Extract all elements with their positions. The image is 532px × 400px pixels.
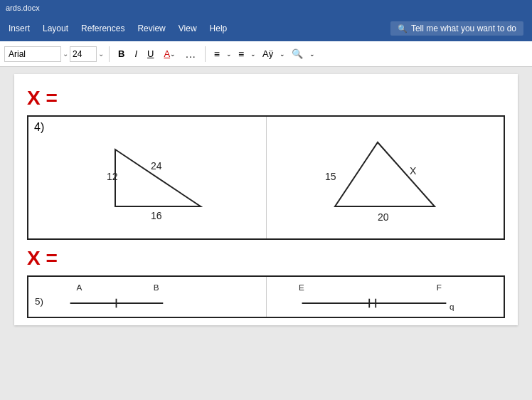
- svg-marker-0: [115, 149, 201, 206]
- menu-help[interactable]: Help: [204, 21, 233, 36]
- font-size-input[interactable]: [70, 46, 97, 62]
- triangle-left-svg: 12 24 16: [87, 128, 208, 228]
- more-options-button[interactable]: ...: [182, 46, 200, 63]
- right-left-label: 15: [325, 171, 336, 182]
- right-hyp-label: X: [410, 165, 417, 177]
- document-area: X = 4) 12 24 16: [0, 67, 532, 400]
- left-side-label: 12: [107, 171, 118, 182]
- problem-5-box: 5) A B E F q: [27, 275, 505, 318]
- search-icon: 🔍: [398, 24, 408, 33]
- p5-b-label: B: [154, 283, 159, 292]
- font-name-input[interactable]: [4, 46, 61, 62]
- menu-insert[interactable]: Insert: [3, 21, 36, 36]
- hyp-label: 24: [151, 160, 162, 172]
- font-color-chevron: ⌄: [170, 51, 176, 58]
- problem-5-right: E F q: [267, 277, 504, 317]
- font-color-label: A: [164, 48, 170, 59]
- bottom-label: 16: [151, 210, 162, 221]
- title-bar: ards.docx: [0, 0, 532, 16]
- align-button[interactable]: ≡: [235, 46, 248, 63]
- triangle-right-svg: 15 X 20: [314, 128, 456, 228]
- p5-q-label: q: [449, 302, 454, 311]
- title-bar-filename: ards.docx: [6, 4, 40, 12]
- x-equals-1-text: X =: [27, 87, 58, 110]
- toolbar: ⌄ ⌄ B I U A⌄ ... ≡ ⌄ ≡ ⌄ Aÿ ⌄ 🔍 ⌄: [0, 41, 532, 67]
- x-equals-1: X =: [27, 87, 505, 110]
- list-indent-chevron: ⌄: [226, 51, 232, 58]
- find-chevron: ⌄: [309, 51, 315, 58]
- tell-me-text: Tell me what you want to do: [411, 23, 516, 33]
- font-size-chevron[interactable]: ⌄: [98, 50, 104, 58]
- p5-f-label: F: [436, 283, 441, 292]
- italic-button[interactable]: I: [131, 46, 141, 63]
- document-page: X = 4) 12 24 16: [14, 74, 518, 325]
- menu-view[interactable]: View: [173, 21, 203, 36]
- x-equals-2-text: X =: [27, 247, 58, 270]
- font-name-chevron[interactable]: ⌄: [63, 50, 68, 58]
- p5-number: 5): [35, 296, 43, 307]
- problem5-right-svg: E F q: [267, 277, 504, 317]
- problem5-left-svg: 5) A B: [28, 277, 266, 317]
- align-chevron: ⌄: [250, 51, 256, 58]
- p5-a-label: A: [77, 283, 83, 292]
- menu-review[interactable]: Review: [132, 21, 171, 36]
- font-color-button[interactable]: A⌄: [160, 46, 179, 63]
- toolbar-sep-2: [205, 46, 206, 62]
- menu-references[interactable]: References: [75, 21, 130, 36]
- menu-layout[interactable]: Layout: [37, 21, 74, 36]
- underline-button[interactable]: U: [144, 46, 157, 63]
- font-selector-group: ⌄ ⌄: [4, 46, 104, 62]
- problem-4-box: 4) 12 24 16 15 X: [27, 115, 505, 240]
- bold-button[interactable]: B: [115, 46, 128, 63]
- styles-chevron: ⌄: [280, 51, 285, 58]
- menu-bar: Insert Layout References Review View Hel…: [0, 16, 532, 41]
- right-bottom-label: 20: [378, 211, 389, 223]
- problem-5-left: 5) A B: [28, 277, 267, 317]
- toolbar-sep-1: [109, 46, 110, 62]
- svg-marker-1: [335, 142, 435, 206]
- styles-button[interactable]: Aÿ: [259, 46, 277, 63]
- p5-e-label: E: [299, 283, 304, 292]
- find-button[interactable]: 🔍: [288, 46, 307, 63]
- x-equals-2: X =: [27, 247, 505, 270]
- tell-me-search[interactable]: 🔍 Tell me what you want to do: [390, 21, 523, 36]
- problem-4-right: 15 X 20: [267, 117, 504, 238]
- problem-4-left: 12 24 16: [28, 117, 267, 238]
- list-indent-button[interactable]: ≡: [211, 46, 223, 63]
